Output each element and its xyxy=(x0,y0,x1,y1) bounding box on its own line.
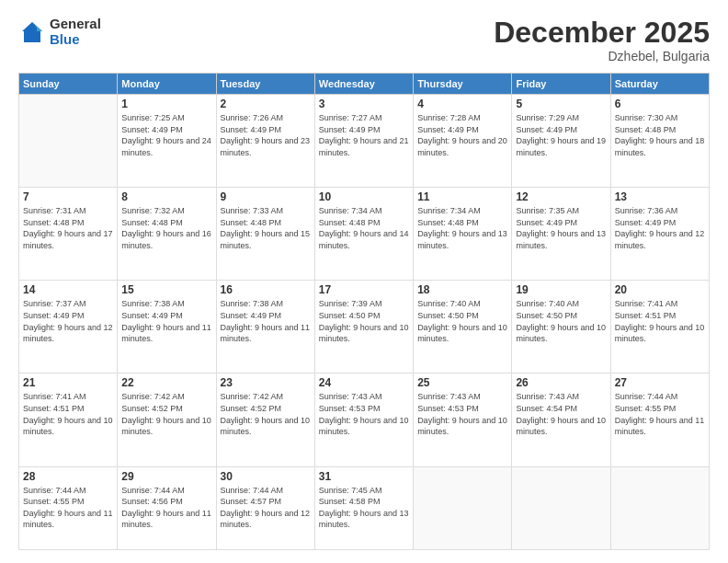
day-info: Sunrise: 7:40 AMSunset: 4:50 PMDaylight:… xyxy=(417,299,507,343)
svg-marker-0 xyxy=(22,22,42,42)
day-number: 18 xyxy=(417,283,507,296)
table-row: 5 Sunrise: 7:29 AMSunset: 4:49 PMDayligh… xyxy=(512,95,610,188)
day-number: 5 xyxy=(516,98,606,110)
col-tuesday: Tuesday xyxy=(216,74,314,95)
table-row: 22 Sunrise: 7:42 AMSunset: 4:52 PMDaylig… xyxy=(118,373,216,466)
day-number: 2 xyxy=(221,98,311,110)
day-number: 30 xyxy=(221,470,311,483)
day-number: 3 xyxy=(319,98,409,110)
day-number: 26 xyxy=(516,376,606,389)
table-row: 8 Sunrise: 7:32 AMSunset: 4:48 PMDayligh… xyxy=(118,188,216,281)
day-number: 24 xyxy=(319,376,409,389)
table-row: 13 Sunrise: 7:36 AMSunset: 4:49 PMDaylig… xyxy=(610,188,709,281)
week-row-0: 1 Sunrise: 7:25 AMSunset: 4:49 PMDayligh… xyxy=(19,95,710,188)
day-info: Sunrise: 7:41 AMSunset: 4:51 PMDaylight:… xyxy=(23,392,113,436)
day-number: 9 xyxy=(221,190,311,203)
page: General Blue December 2025 Dzhebel, Bulg… xyxy=(0,0,728,563)
col-sunday: Sunday xyxy=(19,74,118,95)
table-row: 31 Sunrise: 7:45 AMSunset: 4:58 PMDaylig… xyxy=(314,466,413,550)
table-row: 23 Sunrise: 7:42 AMSunset: 4:52 PMDaylig… xyxy=(216,373,314,466)
table-row xyxy=(512,466,610,550)
day-info: Sunrise: 7:41 AMSunset: 4:51 PMDaylight:… xyxy=(615,299,705,343)
day-number: 19 xyxy=(516,283,606,296)
logo-blue-text: Blue xyxy=(50,32,101,48)
day-number: 21 xyxy=(23,376,113,389)
day-info: Sunrise: 7:34 AMSunset: 4:48 PMDaylight:… xyxy=(417,206,507,250)
day-info: Sunrise: 7:42 AMSunset: 4:52 PMDaylight:… xyxy=(221,392,311,436)
day-info: Sunrise: 7:33 AMSunset: 4:48 PMDaylight:… xyxy=(221,206,311,250)
day-info: Sunrise: 7:39 AMSunset: 4:50 PMDaylight:… xyxy=(319,299,409,343)
table-row: 20 Sunrise: 7:41 AMSunset: 4:51 PMDaylig… xyxy=(610,281,709,373)
day-info: Sunrise: 7:36 AMSunset: 4:49 PMDaylight:… xyxy=(615,206,705,250)
col-saturday: Saturday xyxy=(610,74,709,95)
calendar-header-row: Sunday Monday Tuesday Wednesday Thursday… xyxy=(19,74,710,95)
day-info: Sunrise: 7:30 AMSunset: 4:48 PMDaylight:… xyxy=(615,113,705,157)
day-number: 22 xyxy=(121,376,211,389)
table-row: 6 Sunrise: 7:30 AMSunset: 4:48 PMDayligh… xyxy=(610,95,709,188)
table-row: 9 Sunrise: 7:33 AMSunset: 4:48 PMDayligh… xyxy=(216,188,314,281)
table-row: 7 Sunrise: 7:31 AMSunset: 4:48 PMDayligh… xyxy=(19,188,118,281)
calendar-location: Dzhebel, Bulgaria xyxy=(494,49,710,63)
day-number: 28 xyxy=(23,470,113,483)
week-row-4: 28 Sunrise: 7:44 AMSunset: 4:55 PMDaylig… xyxy=(19,466,710,550)
table-row: 14 Sunrise: 7:37 AMSunset: 4:49 PMDaylig… xyxy=(19,281,118,373)
table-row: 11 Sunrise: 7:34 AMSunset: 4:48 PMDaylig… xyxy=(414,188,512,281)
day-info: Sunrise: 7:44 AMSunset: 4:57 PMDaylight:… xyxy=(221,486,311,530)
table-row: 24 Sunrise: 7:43 AMSunset: 4:53 PMDaylig… xyxy=(314,373,413,466)
day-number: 6 xyxy=(615,98,705,110)
table-row: 21 Sunrise: 7:41 AMSunset: 4:51 PMDaylig… xyxy=(19,373,118,466)
calendar-title: December 2025 xyxy=(494,17,710,49)
title-block: December 2025 Dzhebel, Bulgaria xyxy=(494,17,710,63)
table-row: 1 Sunrise: 7:25 AMSunset: 4:49 PMDayligh… xyxy=(118,95,216,188)
table-row: 3 Sunrise: 7:27 AMSunset: 4:49 PMDayligh… xyxy=(314,95,413,188)
day-info: Sunrise: 7:38 AMSunset: 4:49 PMDaylight:… xyxy=(121,299,211,343)
day-info: Sunrise: 7:43 AMSunset: 4:53 PMDaylight:… xyxy=(417,392,507,436)
logo-icon xyxy=(18,18,46,46)
week-row-1: 7 Sunrise: 7:31 AMSunset: 4:48 PMDayligh… xyxy=(19,188,710,281)
day-info: Sunrise: 7:44 AMSunset: 4:55 PMDaylight:… xyxy=(23,486,113,530)
calendar-table: Sunday Monday Tuesday Wednesday Thursday… xyxy=(18,73,710,550)
day-info: Sunrise: 7:25 AMSunset: 4:49 PMDaylight:… xyxy=(121,113,211,157)
header: General Blue December 2025 Dzhebel, Bulg… xyxy=(18,17,710,63)
week-row-2: 14 Sunrise: 7:37 AMSunset: 4:49 PMDaylig… xyxy=(19,281,710,373)
table-row xyxy=(19,95,118,188)
day-number: 17 xyxy=(319,283,409,296)
logo-general-text: General xyxy=(50,17,101,32)
day-info: Sunrise: 7:35 AMSunset: 4:49 PMDaylight:… xyxy=(516,206,606,250)
table-row: 25 Sunrise: 7:43 AMSunset: 4:53 PMDaylig… xyxy=(414,373,512,466)
day-number: 14 xyxy=(23,283,113,296)
day-number: 25 xyxy=(417,376,507,389)
day-number: 15 xyxy=(121,283,211,296)
week-row-3: 21 Sunrise: 7:41 AMSunset: 4:51 PMDaylig… xyxy=(19,373,710,466)
day-info: Sunrise: 7:42 AMSunset: 4:52 PMDaylight:… xyxy=(121,392,211,436)
table-row: 16 Sunrise: 7:38 AMSunset: 4:49 PMDaylig… xyxy=(216,281,314,373)
table-row: 17 Sunrise: 7:39 AMSunset: 4:50 PMDaylig… xyxy=(314,281,413,373)
day-number: 13 xyxy=(615,190,705,203)
day-number: 1 xyxy=(121,98,211,110)
day-number: 8 xyxy=(121,190,211,203)
day-info: Sunrise: 7:44 AMSunset: 4:56 PMDaylight:… xyxy=(121,486,211,530)
day-info: Sunrise: 7:31 AMSunset: 4:48 PMDaylight:… xyxy=(23,206,113,250)
table-row xyxy=(414,466,512,550)
table-row: 4 Sunrise: 7:28 AMSunset: 4:49 PMDayligh… xyxy=(414,95,512,188)
day-info: Sunrise: 7:37 AMSunset: 4:49 PMDaylight:… xyxy=(23,299,113,343)
day-number: 4 xyxy=(417,98,507,110)
day-info: Sunrise: 7:43 AMSunset: 4:53 PMDaylight:… xyxy=(319,392,409,436)
day-number: 16 xyxy=(221,283,311,296)
table-row: 10 Sunrise: 7:34 AMSunset: 4:48 PMDaylig… xyxy=(314,188,413,281)
table-row: 2 Sunrise: 7:26 AMSunset: 4:49 PMDayligh… xyxy=(216,95,314,188)
logo-text: General Blue xyxy=(50,17,101,47)
day-info: Sunrise: 7:38 AMSunset: 4:49 PMDaylight:… xyxy=(221,299,311,343)
day-number: 31 xyxy=(319,470,409,483)
day-number: 20 xyxy=(615,283,705,296)
day-number: 12 xyxy=(516,190,606,203)
day-info: Sunrise: 7:45 AMSunset: 4:58 PMDaylight:… xyxy=(319,486,409,530)
table-row: 18 Sunrise: 7:40 AMSunset: 4:50 PMDaylig… xyxy=(414,281,512,373)
day-info: Sunrise: 7:34 AMSunset: 4:48 PMDaylight:… xyxy=(319,206,409,250)
day-info: Sunrise: 7:28 AMSunset: 4:49 PMDaylight:… xyxy=(417,113,507,157)
col-wednesday: Wednesday xyxy=(314,74,413,95)
col-thursday: Thursday xyxy=(414,74,512,95)
table-row: 26 Sunrise: 7:43 AMSunset: 4:54 PMDaylig… xyxy=(512,373,610,466)
day-info: Sunrise: 7:43 AMSunset: 4:54 PMDaylight:… xyxy=(516,392,606,436)
day-info: Sunrise: 7:29 AMSunset: 4:49 PMDaylight:… xyxy=(516,113,606,157)
